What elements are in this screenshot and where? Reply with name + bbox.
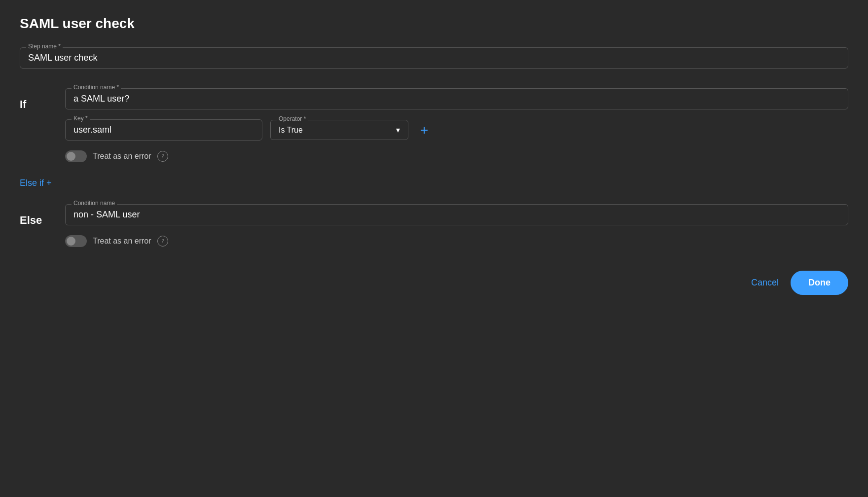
if-operator-value: Is True [279,126,303,135]
else-content: Condition name Treat as an error ? [65,204,848,251]
else-section: Else Condition name Treat as an error ? [20,204,848,251]
else-toggle-track [65,235,87,247]
if-operator-select[interactable]: Is True ▾ [279,125,400,135]
if-label: If [20,88,49,111]
if-operator-field[interactable]: Operator * Is True ▾ [270,120,408,140]
else-condition-name-label: Condition name [72,200,117,207]
if-key-input[interactable] [73,125,254,135]
step-name-field[interactable]: Step name * [20,47,848,69]
if-key-operator-row: Key * Operator * Is True ▾ + [65,119,848,141]
add-condition-button[interactable]: + [416,123,432,137]
if-treat-error-toggle[interactable] [65,150,87,162]
if-condition-name-input[interactable] [73,94,840,104]
footer-buttons: Cancel Done [20,271,848,295]
chevron-down-icon: ▾ [396,125,400,135]
else-if-section: Else if + [20,178,848,204]
else-condition-name-input[interactable] [73,210,840,220]
else-if-button[interactable]: Else if + [20,178,52,188]
if-key-label: Key * [72,115,90,122]
cancel-button[interactable]: Cancel [751,278,779,288]
if-operator-label: Operator * [277,115,308,122]
if-condition-name-row: Condition name * [65,88,848,109]
step-name-section: Step name * [20,47,848,69]
done-button[interactable]: Done [791,271,848,295]
else-help-icon[interactable]: ? [157,236,168,247]
else-condition-name-row: Condition name [65,204,848,225]
step-name-label: Step name * [26,43,63,50]
else-treat-error-label: Treat as an error [93,237,151,246]
if-condition-name-field[interactable]: Condition name * [65,88,848,109]
if-section: If Condition name * Key * Operator * Is … [20,88,848,166]
step-name-input[interactable] [28,53,840,63]
else-condition-name-field[interactable]: Condition name [65,204,848,225]
if-toggle-thumb [67,152,75,161]
if-content: Condition name * Key * Operator * Is Tru… [65,88,848,166]
if-help-icon[interactable]: ? [157,151,168,162]
if-toggle-track [65,150,87,162]
if-treat-error-row: Treat as an error ? [65,150,848,162]
else-treat-error-toggle[interactable] [65,235,87,247]
else-label: Else [20,204,49,227]
if-key-field[interactable]: Key * [65,119,262,141]
else-toggle-thumb [67,237,75,246]
if-treat-error-label: Treat as an error [93,152,151,161]
else-treat-error-row: Treat as an error ? [65,235,848,247]
if-condition-name-label: Condition name * [72,84,121,91]
page-title: SAML user check [20,16,848,32]
